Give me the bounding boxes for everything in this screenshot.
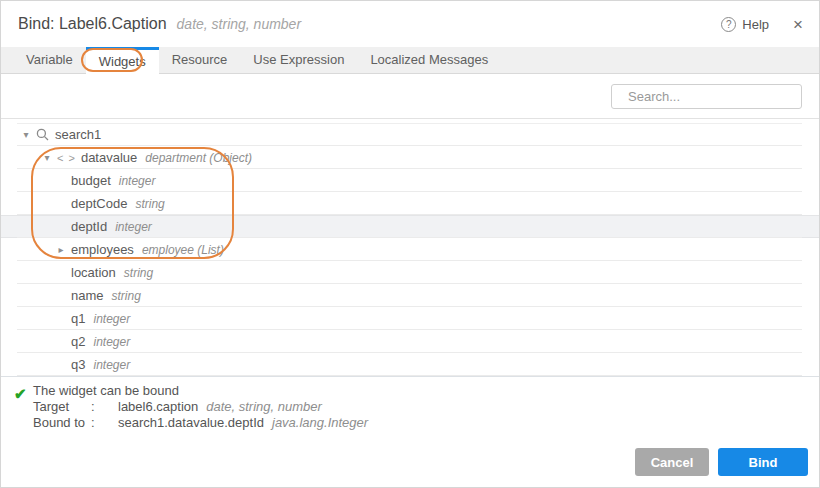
tree-row-search1[interactable]: ▾ search1	[1, 123, 819, 146]
node-type: integer	[119, 174, 156, 188]
node-name: name	[71, 288, 104, 303]
tree-row-employees[interactable]: ▸employeesemployee (List)	[1, 238, 819, 261]
node-type: string	[135, 197, 164, 211]
expand-icon[interactable]: ▸	[54, 244, 68, 255]
search-icon	[36, 128, 49, 141]
tab-label: Use Expression	[253, 52, 344, 67]
node-type: string	[112, 289, 141, 303]
header-controls: ? Help ×	[721, 1, 803, 47]
search-input[interactable]	[626, 88, 806, 105]
node-name: location	[71, 265, 116, 280]
tree-row-q3[interactable]: q3integer	[1, 353, 819, 376]
bind-dialog: Bind: Label6.Caption date, string, numbe…	[0, 0, 820, 488]
tree-row-budget[interactable]: budgetinteger	[1, 169, 819, 192]
node-name: deptCode	[71, 196, 127, 211]
tab-resource[interactable]: Resource	[159, 47, 241, 74]
node-name: employees	[71, 242, 134, 257]
node-type: integer	[93, 358, 130, 372]
tab-bar: VariableWidgetsResourceUse ExpressionLoc…	[1, 47, 819, 74]
status-row-colon: :	[91, 399, 118, 415]
node-name: deptId	[71, 219, 107, 234]
node-type: integer	[115, 220, 152, 234]
status-panel: ✔ The widget can be bound Target:label6.…	[1, 376, 819, 438]
bind-button[interactable]: Bind	[718, 448, 808, 476]
status-row-value-wrap: search1.datavalue.deptIdjava.lang.Intege…	[118, 415, 819, 431]
status-row-value: label6.caption	[118, 399, 198, 414]
tab-use-expression[interactable]: Use Expression	[240, 47, 357, 74]
tab-label: Resource	[172, 52, 228, 67]
tree-row-q2[interactable]: q2integer	[1, 330, 819, 353]
dialog-subtitle: date, string, number	[177, 16, 302, 32]
tree-row-location[interactable]: locationstring	[1, 261, 819, 284]
search-toolbar	[1, 75, 819, 119]
node-type: employee (List)	[142, 243, 224, 257]
help-button[interactable]: ? Help	[721, 17, 769, 32]
object-icon: < >	[57, 152, 76, 164]
tree: ▾ search1▾< >datavaluedepartment (Object…	[1, 119, 819, 376]
search-box[interactable]	[611, 84, 802, 109]
dialog-title: Bind: Label6.Caption	[18, 15, 167, 33]
node-name: budget	[71, 173, 111, 188]
tab-variable[interactable]: Variable	[13, 47, 86, 74]
node-name: q1	[71, 311, 85, 326]
dialog-footer: Cancel Bind	[1, 437, 819, 487]
close-icon[interactable]: ×	[793, 16, 803, 33]
tab-label: Variable	[26, 52, 73, 67]
node-type: string	[124, 266, 153, 280]
status-row-colon: :	[91, 415, 118, 431]
tree-row-datavalue[interactable]: ▾< >datavaluedepartment (Object)	[1, 146, 819, 169]
status-message: The widget can be bound	[33, 383, 819, 399]
collapse-icon[interactable]: ▾	[19, 129, 33, 140]
node-name: q2	[71, 334, 85, 349]
tree-row-deptId[interactable]: deptIdinteger	[1, 215, 819, 238]
node-name: datavalue	[81, 150, 137, 165]
tab-label: Widgets	[99, 54, 146, 69]
collapse-icon[interactable]: ▾	[40, 152, 54, 163]
check-icon: ✔	[14, 385, 27, 403]
tab-label: Localized Messages	[370, 52, 488, 67]
status-row-value-type: java.lang.Integer	[272, 415, 368, 430]
status-row-label: Target	[33, 399, 91, 415]
tree-row-deptCode[interactable]: deptCodestring	[1, 192, 819, 215]
node-type: integer	[93, 335, 130, 349]
status-grid: Target:label6.captiondate, string, numbe…	[33, 399, 819, 431]
status-row-label: Bound to	[33, 415, 91, 431]
status-row-value: search1.datavalue.deptId	[118, 415, 264, 430]
tree-row-name[interactable]: namestring	[1, 284, 819, 307]
node-type: department (Object)	[145, 151, 252, 165]
tab-localized-messages[interactable]: Localized Messages	[357, 47, 501, 74]
tab-widgets[interactable]: Widgets	[86, 47, 159, 75]
dialog-header: Bind: Label6.Caption date, string, numbe…	[1, 1, 819, 47]
status-row-value-wrap: label6.captiondate, string, number	[118, 399, 819, 415]
cancel-button[interactable]: Cancel	[635, 448, 709, 476]
node-name: search1	[55, 127, 101, 142]
help-label: Help	[742, 17, 769, 32]
tree-row-q1[interactable]: q1integer	[1, 307, 819, 330]
node-type: integer	[93, 312, 130, 326]
status-row-value-type: date, string, number	[206, 399, 322, 414]
help-icon: ?	[721, 17, 736, 32]
node-name: q3	[71, 357, 85, 372]
